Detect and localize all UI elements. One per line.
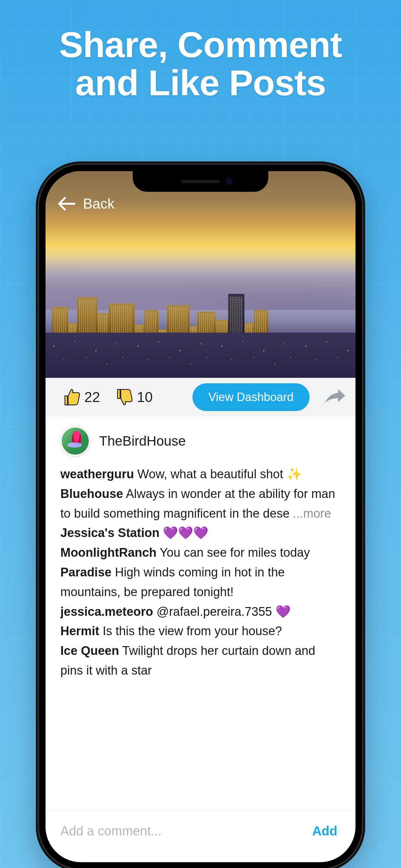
comment-item: jessica.meteoro @rafael.pereira.7355 💜 <box>60 602 341 622</box>
comment-username: jessica.meteoro <box>60 605 153 618</box>
like-count: 22 <box>84 389 100 405</box>
comment-username: Bluehouse <box>60 487 123 500</box>
comment-item: Hermit Is this the view from your house? <box>60 621 341 641</box>
comment-item: Jessica's Station 💜💜💜 <box>60 523 341 543</box>
comment-input[interactable] <box>60 824 306 838</box>
comment-item: Ice Queen Twilight drops her curtain dow… <box>60 641 341 680</box>
like-button[interactable]: 22 <box>60 387 100 407</box>
comment-username: MoonlightRanch <box>60 546 157 559</box>
comment-input-bar: Add <box>45 810 356 862</box>
back-label: Back <box>83 196 115 212</box>
reaction-bar: 22 10 View Dashboard <box>45 378 356 416</box>
post-hero-image: Back <box>45 171 356 378</box>
phone-notch <box>133 171 268 192</box>
share-icon[interactable] <box>322 389 346 406</box>
thumbs-up-icon <box>60 387 81 407</box>
promo-headline-line1: Share, Comment <box>0 26 401 64</box>
comment-username: Ice Queen <box>60 644 119 657</box>
comment-text: Is this the view from your house? <box>103 624 282 638</box>
comment-username: weatherguru <box>60 467 134 481</box>
comment-item: Paradise High winds coming in hot in the… <box>60 562 341 602</box>
author-avatar <box>60 426 90 456</box>
phone-frame: Back <box>36 161 365 868</box>
comment-username: Hermit <box>60 624 99 638</box>
view-dashboard-button[interactable]: View Dashboard <box>192 383 310 411</box>
comment-username: Paradise <box>60 565 112 579</box>
comment-username: Jessica's Station <box>60 526 159 539</box>
dislike-count: 10 <box>137 389 153 405</box>
dislike-button[interactable]: 10 <box>113 387 153 407</box>
hero-citylights <box>45 333 356 378</box>
thumbs-down-icon <box>113 387 134 407</box>
add-comment-button[interactable]: Add <box>312 824 337 838</box>
author-name: TheBirdHouse <box>99 433 186 449</box>
phone-screen: Back <box>45 171 356 862</box>
comment-text: Wow, what a beautiful shot ✨ <box>137 467 302 481</box>
comment-item: MoonlightRanch You can see for miles tod… <box>60 543 341 562</box>
comment-text: You can see for miles today <box>160 546 310 559</box>
author-row[interactable]: TheBirdHouse <box>45 416 356 464</box>
promo-headline-line2: and Like Posts <box>0 64 401 102</box>
comment-text: 💜💜💜 <box>163 526 208 539</box>
comment-more-link[interactable]: ...more <box>293 507 331 520</box>
comment-item: Bluehouse Always in wonder at the abilit… <box>60 484 341 523</box>
comment-text: @rafael.pereira.7355 💜 <box>157 605 290 618</box>
comments-list[interactable]: weatherguru Wow, what a beautiful shot ✨… <box>45 464 356 810</box>
promo-headline: Share, Comment and Like Posts <box>0 26 401 102</box>
comment-item: weatherguru Wow, what a beautiful shot ✨ <box>60 464 341 484</box>
back-arrow-icon <box>57 197 75 211</box>
